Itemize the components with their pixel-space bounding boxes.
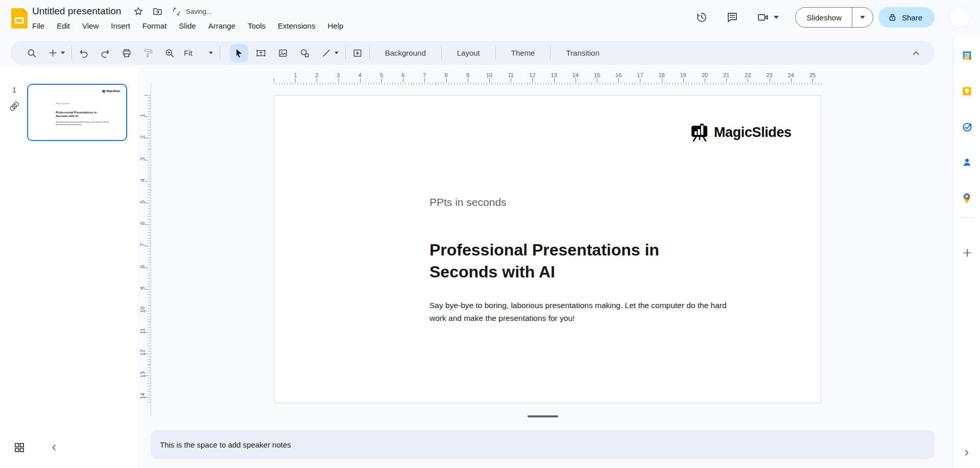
h-ruler-number: 24 <box>787 72 795 78</box>
google-tasks-icon[interactable] <box>962 122 973 133</box>
h-ruler-number: 20 <box>701 72 709 78</box>
slide-kicker-text[interactable]: PPts in seconds <box>429 196 507 208</box>
chevron-down-icon <box>209 52 213 54</box>
speaker-notes-placeholder: This is the space to add speaker notes <box>160 440 291 449</box>
app-header: Untitled presentation Saving... File Edi… <box>0 0 980 39</box>
add-addon-icon[interactable] <box>962 247 973 259</box>
slide-number: 1 <box>12 85 16 94</box>
slide-body-text[interactable]: Say bye-bye to boring, laborious present… <box>429 299 733 324</box>
insert-shape-icon[interactable] <box>299 48 310 58</box>
h-ruler-number: 19 <box>679 72 687 78</box>
slide-thumbnail[interactable]: MagicSlides PPts in seconds Professional… <box>27 84 127 141</box>
line-dropdown-icon[interactable] <box>334 52 339 54</box>
menu-item-slide[interactable]: Slide <box>173 20 202 32</box>
collapse-filmstrip-chevron-icon[interactable] <box>50 443 58 452</box>
brand-name: MagicSlides <box>106 90 120 93</box>
share-button[interactable]: Share <box>878 7 935 28</box>
divider <box>369 46 370 59</box>
comments-icon[interactable] <box>726 11 738 24</box>
expand-side-panel-chevron-icon[interactable] <box>963 449 971 457</box>
paint-format-icon[interactable] <box>143 48 153 58</box>
account-avatar[interactable] <box>949 7 970 28</box>
h-ruler-number: 25 <box>808 72 817 78</box>
menu-item-edit[interactable]: Edit <box>51 20 76 32</box>
h-ruler-number: 13 <box>550 72 558 78</box>
google-contacts-icon[interactable] <box>962 157 972 168</box>
v-ruler: 1234567891011121314 <box>138 83 151 416</box>
divider <box>220 46 220 59</box>
search-menus-icon[interactable] <box>27 48 37 58</box>
side-panel-rail: 31 <box>953 37 980 468</box>
slide-brand-logo[interactable]: MagicSlides <box>690 123 792 142</box>
version-history-icon[interactable] <box>696 11 708 24</box>
hide-menus-chevron-icon[interactable] <box>911 48 921 58</box>
sync-saving-icon <box>172 7 181 16</box>
menu-item-tools[interactable]: Tools <box>242 20 272 32</box>
text-box-tool-icon[interactable] <box>255 48 267 58</box>
share-button-label: Share <box>902 13 922 22</box>
document-title[interactable]: Untitled presentation <box>32 6 121 17</box>
zoom-in-icon[interactable] <box>164 48 175 58</box>
thumb-title-text: Professional Presentations in Seconds wi… <box>56 110 105 118</box>
slideshow-split-button[interactable]: Slideshow <box>795 7 873 28</box>
transition-button[interactable]: Transition <box>557 49 608 57</box>
slide-title-text[interactable]: Professional Presentations in Seconds wi… <box>429 239 708 283</box>
h-ruler-number: 16 <box>614 72 623 78</box>
h-ruler-number: 18 <box>658 72 666 78</box>
insert-line-icon[interactable] <box>321 48 331 58</box>
print-icon[interactable] <box>122 48 132 58</box>
star-icon[interactable] <box>133 6 144 16</box>
google-maps-icon[interactable] <box>962 193 972 204</box>
zoom-select[interactable]: Fit <box>184 49 213 57</box>
editor-canvas: 1234567891011121314151617181920212223242… <box>138 67 953 468</box>
divider <box>345 46 346 59</box>
menu-item-file[interactable]: File <box>26 20 51 32</box>
redo-icon[interactable] <box>100 48 110 58</box>
h-ruler-number: 23 <box>766 72 774 78</box>
insert-image-icon[interactable] <box>278 48 288 58</box>
menu-item-help[interactable]: Help <box>321 20 349 32</box>
layout-button[interactable]: Layout <box>448 49 489 57</box>
theme-button[interactable]: Theme <box>503 49 544 57</box>
move-folder-icon[interactable] <box>152 6 163 17</box>
select-tool-button[interactable] <box>230 44 248 62</box>
background-button[interactable]: Background <box>376 49 435 57</box>
grid-view-icon[interactable] <box>13 441 26 454</box>
speaker-notes-input[interactable]: This is the space to add speaker notes <box>151 430 935 459</box>
main-toolbar: Fit Background Layout Theme Transition <box>10 41 935 65</box>
svg-text:31: 31 <box>965 54 969 57</box>
menu-item-extensions[interactable]: Extensions <box>272 20 321 32</box>
h-ruler-number: 17 <box>636 72 644 78</box>
thumb-body-text: Say bye-bye to boring, laborious present… <box>56 121 110 126</box>
undo-icon[interactable] <box>79 48 89 58</box>
menu-item-insert[interactable]: Insert <box>105 20 136 32</box>
zoom-select-value: Fit <box>184 49 193 57</box>
slide-canvas[interactable]: MagicSlides PPts in seconds Professional… <box>274 95 821 403</box>
new-slide-button[interactable] <box>48 48 58 58</box>
divider <box>441 46 442 59</box>
h-ruler-number: 14 <box>571 72 580 78</box>
google-keep-icon[interactable] <box>962 86 972 97</box>
magicslides-logo-icon <box>690 123 709 142</box>
h-ruler-number: 6 <box>399 72 407 78</box>
h-ruler-number: 5 <box>377 72 386 78</box>
h-ruler-number: 15 <box>593 72 601 78</box>
h-ruler-number: 21 <box>722 72 730 78</box>
menu-item-view[interactable]: View <box>76 20 105 32</box>
h-ruler-number: 12 <box>528 72 536 78</box>
thumb-brand-logo: MagicSlides <box>102 90 120 93</box>
slideshow-options-button[interactable] <box>852 8 873 27</box>
meet-call-button[interactable] <box>757 11 779 24</box>
h-ruler-number: 1 <box>291 72 299 78</box>
h-ruler-number: 7 <box>420 72 428 78</box>
menu-item-format[interactable]: Format <box>136 20 173 32</box>
new-slide-dropdown-icon[interactable] <box>61 52 65 54</box>
chevron-down-icon[interactable] <box>774 16 779 19</box>
insert-placeholder-icon[interactable] <box>352 48 363 58</box>
google-calendar-icon[interactable]: 31 <box>962 50 972 61</box>
slideshow-button[interactable]: Slideshow <box>796 8 852 27</box>
menu-item-arrange[interactable]: Arrange <box>202 20 242 32</box>
h-ruler-number: 22 <box>744 72 752 78</box>
slide-filmstrip: 1 MagicSlides PPts in seconds Profession <box>0 67 138 468</box>
notes-resize-handle[interactable] <box>528 415 558 417</box>
